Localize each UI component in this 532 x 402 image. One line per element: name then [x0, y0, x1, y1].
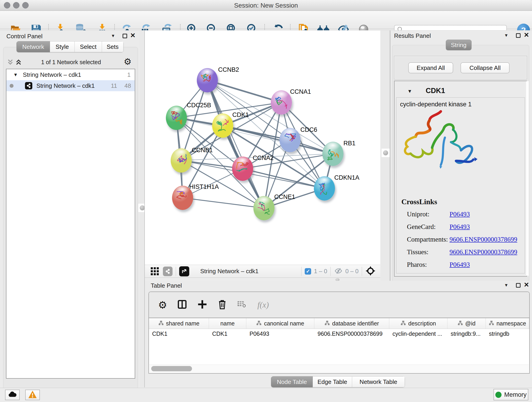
network-node-ccna1[interactable] [271, 90, 292, 115]
network-selection-status: 1 of 1 Network selected [25, 59, 117, 65]
warning-status-button[interactable] [25, 390, 40, 400]
memory-button[interactable]: Memory [494, 389, 528, 400]
tab-node-table[interactable]: Node Table [271, 376, 313, 387]
crosslink-label: GeneCard: [407, 223, 436, 230]
table-cell[interactable]: stringdb [486, 329, 529, 338]
network-node-rb1[interactable] [322, 142, 343, 166]
memory-label: Memory [504, 391, 527, 398]
crosslink-link[interactable]: P06493 [450, 261, 470, 268]
network-node-cdkn1a[interactable] [314, 176, 335, 201]
table-cell[interactable]: CDK1 [149, 329, 209, 338]
table-panel-float-icon[interactable] [516, 283, 520, 288]
crosslink-link[interactable]: 9606.ENSP00000378699 [450, 248, 517, 256]
column-header-label: shared name [166, 320, 200, 327]
control-panel-close-icon[interactable]: ✕ [130, 33, 135, 38]
crosslink-label: Tissues: [407, 248, 428, 256]
column-header[interactable]: @id [447, 318, 486, 329]
column-header[interactable]: namespace [486, 318, 529, 329]
birdseye-crosshair-icon[interactable] [365, 266, 376, 277]
toolbar-separator [362, 267, 362, 276]
crosslink-row: Pharos:P06493 [407, 261, 526, 270]
warning-icon [28, 390, 37, 400]
grid-view-icon[interactable] [151, 267, 159, 275]
crosslink-link[interactable]: P06493 [450, 211, 470, 218]
table-tabs: Node Table Edge Table Network Table [271, 376, 405, 387]
tab-edge-table[interactable]: Edge Table [313, 376, 352, 387]
results-panel-menu-icon[interactable]: ▾ [505, 33, 507, 38]
table-row[interactable]: CDK1CDK1P064939606.ENSP00000378699cyclin… [149, 329, 529, 338]
selected-checkbox[interactable]: ✓ [305, 268, 311, 274]
table-panel-menu-icon[interactable]: ▾ [505, 283, 507, 288]
node-label-cdc6: CDC6 [300, 126, 317, 133]
delete-column-icon[interactable] [217, 299, 227, 311]
column-header[interactable]: description [389, 318, 447, 329]
add-column-icon[interactable] [197, 299, 207, 310]
tab-select[interactable]: Select [75, 41, 102, 52]
network-canvas[interactable]: CCNB2CCNA1CDC25BCDK1CDC6RB1CCNB1CCNA2CDK… [145, 31, 380, 265]
table-hscrollbar-thumb[interactable] [151, 366, 192, 371]
gene-collapse-icon[interactable]: ▼ [407, 89, 412, 94]
results-panel-title: Results Panel [394, 32, 431, 39]
network-collection-row[interactable]: ▼ String Network – cdk1 1 [6, 69, 135, 80]
share-view-icon[interactable] [163, 267, 172, 276]
network-row[interactable]: String Network – cdk1 11 48 [6, 80, 135, 91]
network-tree: ▼ String Network – cdk1 1 String Network… [6, 69, 135, 379]
crosslink-link[interactable]: P06493 [450, 223, 470, 230]
control-panel: Control Panel ▾ ✕ Network Style Select S… [0, 31, 140, 387]
network-node-ccne1[interactable] [253, 196, 274, 220]
protein-structure-thumb [275, 96, 288, 110]
cloud-status-button[interactable] [5, 390, 20, 400]
network-node-ccnb1[interactable] [171, 148, 192, 172]
expand-all-button[interactable]: Expand All [408, 62, 453, 73]
control-panel-float-icon[interactable] [123, 34, 127, 38]
network-node-ccna2[interactable] [232, 157, 253, 181]
show-columns-icon[interactable] [177, 299, 187, 310]
table-gear-icon[interactable]: ⚙ [158, 299, 167, 311]
tab-style[interactable]: Style [50, 41, 75, 52]
tab-network-table[interactable]: Network Table [352, 376, 405, 387]
detach-view-button[interactable] [179, 266, 189, 276]
node-label-ccna1: CCNA1 [290, 88, 311, 95]
collapse-all-button[interactable]: Collapse All [461, 62, 510, 73]
column-type-icon [400, 320, 406, 327]
tab-sets[interactable]: Sets [102, 41, 123, 52]
network-node-cdk1[interactable] [212, 114, 233, 138]
network-node-cdc25b[interactable] [166, 106, 187, 130]
network-edge[interactable] [207, 80, 281, 102]
network-options-gear-icon[interactable]: ⚙ [124, 57, 132, 67]
node-label-cdkn1a: CDKN1A [334, 174, 360, 181]
results-panel-close-icon[interactable]: ✕ [524, 32, 529, 38]
table-cell[interactable]: CDK1 [209, 329, 246, 338]
column-header[interactable]: shared name [149, 318, 209, 329]
function-builder-button[interactable]: f(x) [257, 300, 269, 310]
expand-all-networks-icon[interactable] [15, 58, 22, 67]
tree-expand-icon[interactable]: ▼ [13, 72, 18, 77]
tab-network[interactable]: Network [17, 41, 50, 52]
hidden-eye-slash-icon[interactable] [334, 267, 343, 276]
table-cell[interactable]: cyclin-dependent ... [389, 329, 447, 338]
string-network-icon [25, 82, 32, 89]
network-node-cdc6[interactable] [279, 128, 301, 152]
control-panel-menu-icon[interactable]: ▾ [112, 33, 114, 38]
column-header[interactable]: name [209, 318, 246, 329]
results-scrollbar-track[interactable] [526, 81, 529, 276]
table-cell[interactable]: stringdb:9... [447, 329, 486, 338]
table-panel-close-icon[interactable]: ✕ [524, 282, 529, 288]
crosslink-link[interactable]: 9606.ENSP00000378699 [450, 236, 517, 243]
protein-structure-thumb [216, 119, 229, 133]
delete-table-icon[interactable] [237, 300, 246, 309]
column-header-label: database identifier [332, 320, 379, 327]
column-header[interactable]: canonical name [246, 318, 314, 329]
results-panel-float-icon[interactable] [516, 33, 520, 38]
network-node-ccnb2[interactable] [197, 68, 218, 92]
collapse-all-networks-icon[interactable] [7, 58, 14, 67]
selected-count: 1 – 0 [314, 268, 327, 275]
network-edge[interactable] [183, 198, 264, 208]
table-cell[interactable]: 9606.ENSP00000378699 [314, 329, 389, 338]
table-cell[interactable]: P06493 [246, 329, 314, 338]
column-type-icon [256, 320, 262, 327]
tab-string[interactable]: String [446, 40, 472, 50]
right-splitter-handle[interactable] [381, 148, 390, 157]
column-header[interactable]: database identifier [314, 318, 389, 329]
table-hscrollbar[interactable] [149, 365, 529, 373]
